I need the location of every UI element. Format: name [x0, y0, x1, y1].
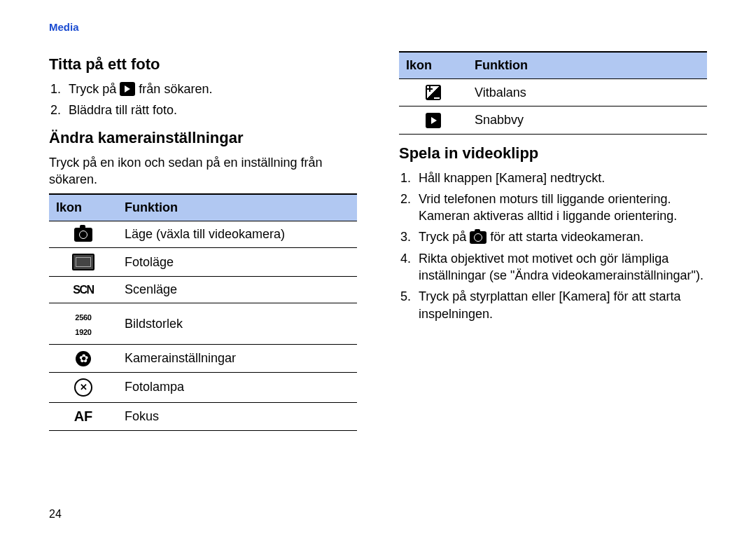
icon-cell: SCN [49, 277, 118, 303]
table-row: AFFokus [49, 402, 357, 430]
col-header-function: Funktion [118, 194, 357, 221]
list-item: Tryck på styrplattan eller [Kamera] för … [414, 288, 707, 322]
mode-icon [74, 228, 92, 242]
table-row: Fotolampa [49, 372, 357, 402]
list-item: Vrid telefonen moturs till liggande orie… [414, 191, 707, 225]
white-balance-icon [426, 85, 441, 100]
icon-cell [49, 248, 118, 277]
heading-view-photo: Titta på ett foto [49, 55, 357, 74]
table-row: Läge (växla till videokamera) [49, 221, 357, 248]
page-number: 24 [49, 508, 62, 521]
content-columns: Titta på ett foto Tryck på från sökaren.… [49, 46, 707, 431]
function-cell: Vitbalans [468, 79, 707, 106]
camera-icon [470, 231, 486, 244]
function-cell: Fokus [118, 402, 357, 430]
table-row: SCNScenläge [49, 277, 357, 303]
icon-cell [399, 106, 468, 134]
image-size-icon: 25601920 [75, 313, 91, 336]
table-row: Fotoläge [49, 248, 357, 277]
icon-cell [49, 372, 118, 402]
table-row: Kamerainställningar [49, 345, 357, 372]
flash-icon [74, 378, 92, 397]
list-item: Tryck på för att starta videokameran. [414, 228, 707, 245]
col-header-icon: Ikon [49, 194, 118, 221]
section-header: Media [49, 21, 707, 33]
function-cell: Kamerainställningar [118, 345, 357, 372]
list-item: Tryck på från sökaren. [64, 81, 357, 97]
col-header-function: Funktion [468, 52, 707, 79]
function-cell: Fotoläge [118, 248, 357, 277]
photo-mode-icon [72, 254, 94, 270]
right-column: Ikon Funktion VitbalansSnabbvy Spela in … [399, 46, 707, 431]
table-row: 25601920Bildstorlek [49, 303, 357, 345]
list-item: Håll knappen [Kamera] nedtryckt. [414, 170, 707, 186]
function-cell: Bildstorlek [118, 303, 357, 345]
quick-view-icon [426, 113, 441, 128]
list-item: Rikta objektivet mot motivet och gör läm… [414, 250, 707, 284]
camera-settings-icon [76, 351, 91, 366]
left-column: Titta på ett foto Tryck på från sökaren.… [49, 46, 357, 431]
list-item: Bläddra till rätt foto. [64, 102, 357, 118]
play-icon [120, 82, 135, 96]
focus-icon: AF [74, 408, 93, 424]
scene-mode-icon: SCN [73, 284, 93, 296]
record-video-steps: Håll knappen [Kamera] nedtryckt.Vrid tel… [399, 170, 707, 322]
function-cell: Fotolampa [118, 372, 357, 402]
icon-cell [49, 345, 118, 372]
settings-table: Ikon Funktion Läge (växla till videokame… [49, 193, 357, 431]
heading-record-video: Spela in videoklipp [399, 144, 707, 163]
heading-change-settings: Ändra kamerainställningar [49, 129, 357, 147]
view-photo-steps: Tryck på från sökaren.Bläddra till rätt … [49, 81, 357, 119]
icon-cell: 25601920 [49, 303, 118, 345]
table-row: Snabbvy [399, 106, 707, 134]
table-row: Vitbalans [399, 79, 707, 106]
settings-table-continued: Ikon Funktion VitbalansSnabbvy [399, 51, 707, 135]
icon-cell [399, 79, 468, 106]
function-cell: Scenläge [118, 277, 357, 303]
function-cell: Snabbvy [468, 106, 707, 134]
col-header-icon: Ikon [399, 52, 468, 79]
function-cell: Läge (växla till videokamera) [118, 221, 357, 248]
settings-intro-text: Tryck på en ikon och sedan på en inställ… [49, 154, 357, 188]
icon-cell [49, 221, 118, 248]
icon-cell: AF [49, 402, 118, 430]
